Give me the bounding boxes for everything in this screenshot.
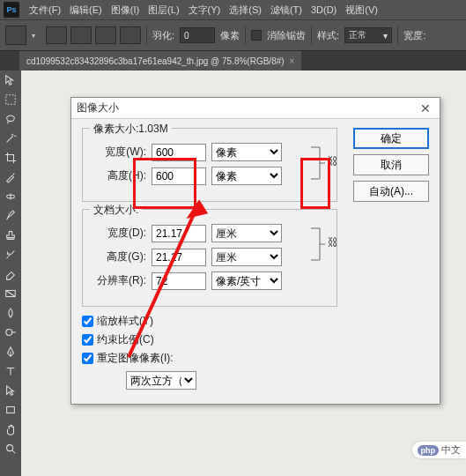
menu-type[interactable]: 文字(Y) bbox=[184, 4, 226, 17]
auto-button[interactable]: 自动(A)... bbox=[353, 181, 429, 202]
history-brush-tool-icon[interactable] bbox=[0, 245, 21, 264]
doc-width-input[interactable] bbox=[152, 225, 206, 242]
doc-size-label: 文档大小: bbox=[90, 203, 142, 218]
dialog-titlebar[interactable]: 图像大小 ✕ bbox=[71, 98, 440, 119]
ps-logo-icon: Ps bbox=[4, 2, 19, 18]
svg-rect-0 bbox=[6, 95, 16, 105]
blur-tool-icon[interactable] bbox=[0, 303, 21, 323]
link-icon[interactable]: ⛓ bbox=[328, 155, 338, 167]
gradient-tool-icon[interactable] bbox=[0, 284, 21, 303]
marquee-tool-icon[interactable] bbox=[0, 90, 21, 109]
lasso-tool-icon[interactable] bbox=[0, 109, 21, 129]
menu-layer[interactable]: 图层(L) bbox=[144, 4, 183, 17]
watermark: php 中文 bbox=[412, 442, 467, 458]
dialog-buttons: 确定 取消 自动(A)... bbox=[353, 128, 429, 202]
feather-unit: 像素 bbox=[220, 29, 240, 42]
width-label: 宽度: bbox=[403, 29, 425, 42]
svg-point-5 bbox=[7, 445, 13, 451]
options-bar: ▾ 羽化: 像素 消除锯齿 样式: 正常▾ 宽度: bbox=[0, 19, 466, 51]
link-bracket bbox=[307, 141, 329, 185]
document-tab[interactable]: cd1099532c83432896c3ba17e61ea942_th.jpg … bbox=[19, 51, 301, 71]
healing-tool-icon[interactable] bbox=[0, 187, 21, 206]
resolution-unit-select[interactable]: 像素/英寸 bbox=[211, 271, 282, 290]
style-label: 样式: bbox=[317, 29, 339, 42]
chevron-down-icon[interactable]: ▾ bbox=[32, 32, 41, 40]
rectangle-tool-icon[interactable] bbox=[0, 400, 21, 420]
feather-label: 羽化: bbox=[152, 29, 174, 42]
separator bbox=[397, 26, 398, 45]
feather-input[interactable] bbox=[180, 27, 215, 43]
eraser-tool-icon[interactable] bbox=[0, 264, 21, 284]
svg-rect-4 bbox=[7, 407, 15, 413]
menubar: Ps 文件(F) 编辑(E) 图像(I) 图层(L) 文字(Y) 选择(S) 滤… bbox=[0, 0, 466, 19]
chevron-down-icon: ▾ bbox=[383, 31, 388, 41]
svg-point-3 bbox=[6, 330, 12, 336]
image-size-dialog: 图像大小 ✕ 确定 取消 自动(A)... 像素大小:1.03M 宽度(W): … bbox=[70, 97, 440, 405]
selection-new-icon[interactable] bbox=[46, 26, 67, 44]
move-tool-icon[interactable] bbox=[0, 71, 21, 90]
wand-tool-icon[interactable] bbox=[0, 129, 21, 148]
dialog-title: 图像大小 bbox=[77, 100, 119, 115]
menu-3d[interactable]: 3D(D) bbox=[307, 4, 341, 15]
close-icon[interactable]: × bbox=[290, 56, 295, 66]
link-icon[interactable]: ⛓ bbox=[328, 236, 338, 249]
hand-tool-icon[interactable] bbox=[0, 420, 21, 439]
tools-panel bbox=[0, 71, 21, 458]
separator bbox=[245, 26, 246, 45]
tab-title: cd1099532c83432896c3ba17e61ea942_th.jpg … bbox=[26, 56, 285, 66]
pen-tool-icon[interactable] bbox=[0, 342, 21, 361]
menu-image[interactable]: 图像(I) bbox=[107, 4, 144, 17]
menu-view[interactable]: 视图(V) bbox=[341, 4, 382, 17]
width-unit-select[interactable]: 像素 bbox=[211, 143, 282, 161]
close-icon[interactable]: ✕ bbox=[417, 101, 434, 115]
menu-file[interactable]: 文件(F) bbox=[25, 4, 65, 17]
document-tabbar: cd1099532c83432896c3ba17e61ea942_th.jpg … bbox=[0, 51, 466, 71]
menu-select[interactable]: 选择(S) bbox=[225, 4, 266, 17]
doc-height-unit-select[interactable]: 厘米 bbox=[211, 248, 282, 266]
ok-button[interactable]: 确定 bbox=[353, 128, 429, 149]
selection-subtract-icon[interactable] bbox=[95, 26, 116, 44]
pixel-dimensions-group: 像素大小:1.03M 宽度(W): 像素 高度(H): 像素 ⛓ bbox=[82, 128, 337, 202]
resample-checkbox[interactable] bbox=[82, 353, 93, 364]
cancel-button[interactable]: 取消 bbox=[353, 154, 429, 175]
antialias-checkbox[interactable] bbox=[251, 30, 262, 41]
selection-intersect-icon[interactable] bbox=[120, 26, 141, 44]
brush-tool-icon[interactable] bbox=[0, 206, 21, 226]
scale-styles-row: 缩放样式(Y) bbox=[82, 314, 429, 329]
scale-styles-label: 缩放样式(Y) bbox=[97, 314, 153, 329]
doc-width-unit-select[interactable]: 厘米 bbox=[211, 224, 282, 242]
link-bracket bbox=[307, 222, 329, 266]
path-select-tool-icon[interactable] bbox=[0, 381, 21, 400]
tool-preset-icon[interactable] bbox=[5, 26, 26, 45]
resample-row: 重定图像像素(I): bbox=[82, 351, 429, 366]
selection-add-icon[interactable] bbox=[70, 26, 92, 44]
scale-styles-checkbox[interactable] bbox=[82, 316, 93, 327]
resolution-input[interactable] bbox=[152, 272, 206, 290]
doc-height-input[interactable] bbox=[152, 249, 206, 266]
resolution-label: 分辨率(R): bbox=[92, 273, 146, 288]
resample-method-select[interactable]: 两次立方（自动） bbox=[126, 371, 196, 390]
height-label: 高度(H): bbox=[92, 168, 146, 183]
type-tool-icon[interactable] bbox=[0, 361, 21, 381]
crop-tool-icon[interactable] bbox=[0, 148, 21, 167]
constrain-checkbox[interactable] bbox=[82, 334, 93, 346]
style-select[interactable]: 正常▾ bbox=[344, 27, 392, 43]
height-unit-select[interactable]: 像素 bbox=[211, 167, 282, 185]
width-label: 宽度(W): bbox=[92, 145, 146, 160]
menu-filter[interactable]: 滤镜(T) bbox=[266, 4, 307, 17]
dodge-tool-icon[interactable] bbox=[0, 323, 21, 342]
separator bbox=[146, 26, 147, 45]
doc-width-label: 宽度(D): bbox=[92, 226, 146, 241]
zoom-tool-icon[interactable] bbox=[0, 439, 21, 458]
eyedropper-tool-icon[interactable] bbox=[0, 167, 21, 187]
height-input[interactable] bbox=[152, 167, 206, 185]
php-logo-icon: php bbox=[418, 445, 440, 456]
stamp-tool-icon[interactable] bbox=[0, 226, 21, 245]
doc-height-label: 高度(G): bbox=[92, 249, 146, 264]
width-input[interactable] bbox=[152, 144, 206, 161]
menu-edit[interactable]: 编辑(E) bbox=[65, 4, 107, 17]
document-size-group: 文档大小: 宽度(D): 厘米 高度(G): 厘米 分辨率(R): 像素/英寸 … bbox=[82, 209, 337, 307]
constrain-row: 约束比例(C) bbox=[82, 332, 429, 347]
constrain-label: 约束比例(C) bbox=[97, 332, 154, 347]
watermark-text: 中文 bbox=[441, 443, 461, 457]
